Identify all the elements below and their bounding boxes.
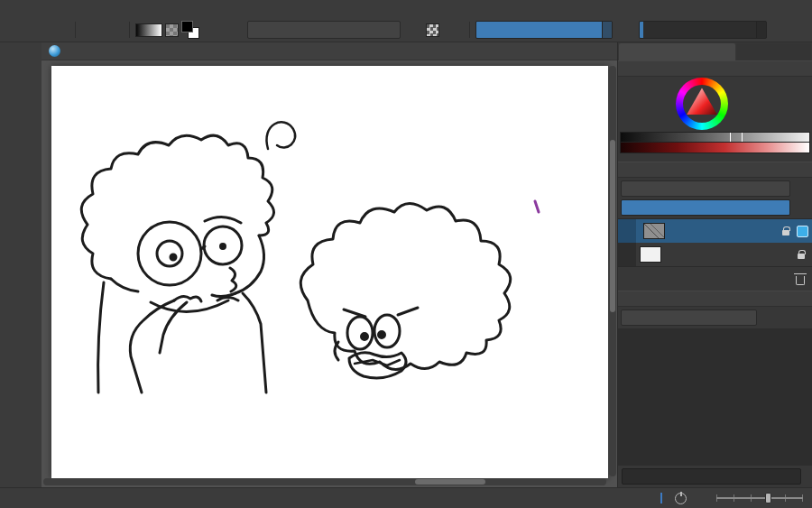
lock-icon[interactable] (798, 254, 805, 259)
shade-strip-red[interactable] (620, 143, 810, 153)
canvas-rotation[interactable] (675, 493, 691, 504)
save-document-button[interactable] (50, 20, 69, 40)
layer-blend-mode-select[interactable] (621, 180, 790, 197)
image-size-label (660, 493, 662, 503)
sketch-left-torso-right (243, 293, 266, 393)
brush-preset-grid (618, 328, 812, 466)
color-selector-header (618, 60, 812, 77)
move-layer-down-button[interactable] (659, 271, 675, 287)
opacity-spinner[interactable] (602, 22, 612, 38)
delete-layer-button[interactable] (792, 271, 808, 287)
status-bar (0, 487, 812, 508)
krita-window (0, 0, 812, 508)
sketch-artwork (51, 66, 608, 478)
shade-selector (620, 132, 810, 153)
workspace-chooser-button[interactable] (202, 20, 222, 40)
layer-row-paint-layer-1[interactable] (618, 219, 812, 243)
canvas-workspace (42, 42, 617, 487)
canvas[interactable] (51, 66, 608, 478)
sketch-left-hair (81, 135, 273, 279)
sketch-loop-scribble (266, 122, 295, 149)
add-layer-button[interactable] (622, 271, 638, 287)
layer-options-button[interactable] (793, 199, 809, 216)
layer-filter-button[interactable] (793, 180, 809, 197)
shade-strip-gray[interactable] (620, 132, 810, 143)
document-close-button[interactable] (597, 43, 614, 60)
sketch-right-cheek (335, 342, 338, 360)
layer-color-label[interactable] (797, 226, 808, 237)
tag-button[interactable] (760, 309, 771, 326)
canvas-horizontal-scrollbar[interactable] (43, 478, 606, 485)
preserve-alpha-button[interactable] (426, 23, 439, 37)
sketch-left-pupil2 (221, 245, 226, 249)
toolbox (0, 42, 42, 487)
layer-visibility-toggle[interactable] (618, 243, 636, 266)
layer-buttons (618, 267, 812, 291)
size-value (640, 22, 766, 38)
rotation-dial-icon (675, 493, 687, 504)
blend-mode-select[interactable] (247, 21, 401, 39)
zoom-slider-handle[interactable] (765, 493, 771, 503)
gradient-chooser[interactable] (135, 23, 162, 37)
docker-panel (617, 42, 812, 487)
main-toolbar (0, 18, 812, 42)
layer-opacity-value (622, 200, 789, 215)
vscroll-handle[interactable] (610, 140, 615, 312)
redo-button[interactable] (104, 20, 124, 40)
grid-view-button[interactable] (793, 309, 809, 326)
sketch-right-pupil-right (379, 332, 385, 338)
duplicate-layer-button[interactable] (641, 271, 657, 287)
size-spinner[interactable] (756, 22, 766, 38)
toolbar-separator (469, 22, 470, 38)
tab-advanced-color-selector[interactable] (619, 43, 735, 60)
sketch-right-eye-left (347, 317, 373, 349)
layer-blend-row (618, 178, 812, 199)
preset-filter-select[interactable] (621, 309, 757, 326)
fg-bg-color-swatch[interactable] (181, 21, 199, 39)
new-document-button[interactable] (5, 20, 24, 40)
sketch-right-pupil-left (362, 334, 368, 340)
sketch-left-brow (205, 217, 241, 223)
list-view-button[interactable] (774, 309, 790, 326)
sketch-left-face-right (235, 236, 264, 293)
pattern-chooser[interactable] (165, 23, 179, 37)
trash-icon (796, 276, 805, 285)
sketch-left-eye (157, 241, 182, 266)
lock-icon[interactable] (782, 230, 789, 236)
brush-editor-button[interactable] (225, 20, 245, 40)
sketch-right-hair (300, 203, 510, 369)
layer-properties-button[interactable] (695, 271, 711, 287)
eraser-mode-button[interactable] (403, 20, 423, 40)
sketch-left-cheek (111, 279, 138, 291)
layer-list (618, 218, 812, 267)
document-titlebar[interactable] (42, 42, 617, 60)
tab-tool-options[interactable] (736, 43, 811, 60)
sketch-left-arm-outer (130, 300, 174, 393)
layer-visibility-toggle[interactable] (618, 219, 636, 243)
sketch-purple-mark (535, 201, 539, 212)
undo-button[interactable] (81, 20, 101, 40)
color-wheel[interactable] (676, 78, 728, 130)
search-input[interactable] (622, 468, 801, 485)
layer-row-background[interactable] (618, 243, 812, 266)
hscroll-handle[interactable] (415, 479, 485, 485)
layer-thumbnail (640, 246, 661, 263)
sketch-left-pupil (171, 254, 176, 260)
sketch-left-hand (174, 296, 201, 301)
open-document-button[interactable] (27, 20, 47, 40)
opacity-value (476, 22, 612, 38)
size-slider[interactable] (639, 21, 767, 39)
move-layer-up-button[interactable] (677, 271, 693, 287)
size-selected-digit (660, 493, 662, 503)
layer-opacity-slider[interactable] (621, 199, 790, 216)
preset-search-row (618, 466, 812, 487)
sketch-left-nose (230, 268, 236, 291)
advanced-color-selector (618, 77, 812, 162)
sketch-left-chin (212, 293, 235, 297)
zoom-slider[interactable] (716, 492, 803, 504)
opacity-slider[interactable] (475, 21, 613, 39)
sketch-right-brow-right (398, 308, 418, 315)
canvas-vertical-scrollbar[interactable] (609, 66, 616, 476)
docker-tabs (618, 42, 812, 60)
reload-preset-button[interactable] (442, 20, 462, 40)
